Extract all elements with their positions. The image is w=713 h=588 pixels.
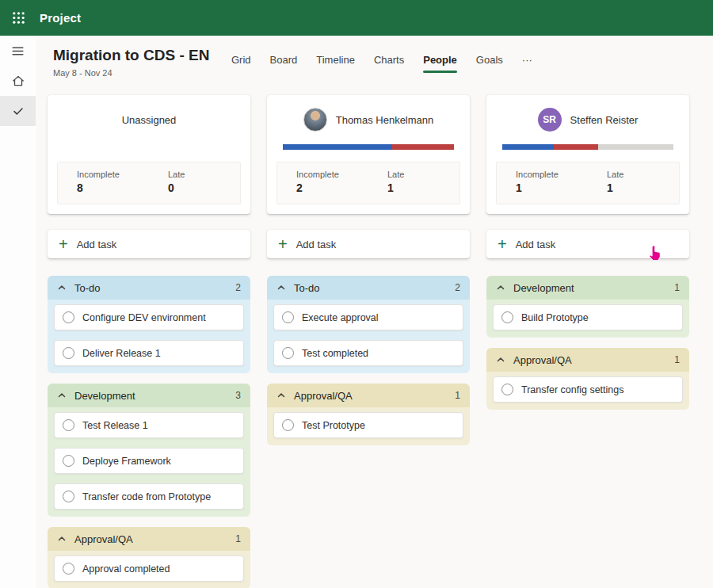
- app-launcher-icon[interactable]: [0, 0, 36, 36]
- stats-panel: Incomplete 8 Late 0: [57, 162, 241, 204]
- stat-incomplete: Incomplete 1: [497, 162, 588, 204]
- complete-circle-icon[interactable]: [282, 311, 294, 323]
- progress-segment-blue: [283, 144, 392, 150]
- bucket-to-do: To-do 2 Execute approval Test completed: [267, 276, 470, 373]
- main-area: Migration to CDS - EN May 8 - Nov 24 Gri…: [36, 36, 713, 588]
- person-card[interactable]: SR Steffen Reister Incomplete 1 Late 1: [486, 95, 689, 214]
- person-name: Unassigned: [122, 114, 177, 126]
- chevron-up-icon[interactable]: [276, 391, 286, 400]
- bucket-header[interactable]: To-do 2: [48, 276, 250, 300]
- bucket-list: Development 1 Build Prototype Approval/Q…: [486, 276, 689, 410]
- stat-late: Late 1: [368, 162, 459, 204]
- complete-circle-icon[interactable]: [63, 563, 74, 575]
- bucket-header[interactable]: Development 3: [48, 384, 250, 407]
- task-card[interactable]: Transfer config settings: [493, 376, 683, 403]
- complete-circle-icon[interactable]: [63, 491, 74, 502]
- late-value: 0: [168, 181, 240, 194]
- top-bar: Project: [0, 0, 713, 36]
- add-task-button[interactable]: + Add task: [486, 230, 689, 258]
- sidebar-item-tasks[interactable]: [0, 96, 36, 126]
- complete-circle-icon[interactable]: [63, 347, 74, 359]
- add-task-button[interactable]: + Add task: [267, 230, 470, 258]
- bucket-list: To-do 2 Execute approval Test completed …: [267, 276, 470, 445]
- person-column-unassigned: Unassigned Incomplete 8 Late 0 + Add tas…: [48, 95, 250, 588]
- tab-charts[interactable]: Charts: [374, 54, 404, 70]
- incomplete-value: 8: [77, 181, 149, 194]
- bucket-header[interactable]: Approval/QA 1: [486, 348, 689, 372]
- complete-circle-icon[interactable]: [282, 347, 294, 359]
- stat-late: Late 0: [149, 162, 240, 204]
- chevron-up-icon[interactable]: [276, 283, 286, 292]
- person-card[interactable]: Unassigned Incomplete 8 Late 0: [48, 95, 250, 214]
- task-card[interactable]: Execute approval: [273, 304, 463, 330]
- late-value: 1: [607, 181, 679, 194]
- menu-button[interactable]: [0, 36, 36, 66]
- plus-icon: +: [498, 237, 507, 251]
- complete-circle-icon[interactable]: [63, 455, 74, 467]
- bucket-to-do: To-do 2 Configure DEV environment Delive…: [48, 276, 250, 373]
- tab-people[interactable]: People: [423, 54, 457, 77]
- task-card[interactable]: Test Release 1: [54, 412, 244, 438]
- task-card[interactable]: Configure DEV environment: [54, 304, 244, 330]
- task-label: Deploye Framework: [82, 456, 171, 467]
- task-card[interactable]: Approval completed: [54, 556, 244, 582]
- incomplete-value: 2: [296, 181, 368, 194]
- bucket-approval-qa: Approval/QA 1 Transfer config settings: [486, 348, 689, 410]
- chevron-up-icon[interactable]: [496, 283, 505, 292]
- add-task-label: Add task: [296, 239, 337, 250]
- task-card[interactable]: Test completed: [273, 340, 463, 366]
- task-card[interactable]: Deliver Release 1: [54, 340, 244, 366]
- incomplete-value: 1: [516, 181, 588, 194]
- person-name: Steffen Reister: [570, 114, 639, 126]
- person-name: Thomas Henkelmann: [336, 114, 434, 126]
- task-card[interactable]: Test Prototype: [273, 412, 463, 438]
- check-icon: [12, 105, 25, 117]
- columns: Unassigned Incomplete 8 Late 0 + Add tas…: [48, 95, 689, 588]
- tab-board[interactable]: Board: [270, 54, 298, 70]
- incomplete-label: Incomplete: [77, 170, 149, 179]
- chevron-up-icon[interactable]: [57, 391, 67, 400]
- sidebar-item-home[interactable]: [0, 66, 36, 96]
- progress-bar: [283, 144, 454, 150]
- chevron-up-icon[interactable]: [57, 534, 67, 544]
- home-icon: [11, 74, 25, 88]
- complete-circle-icon[interactable]: [282, 419, 294, 431]
- task-label: Build Prototype: [521, 312, 589, 323]
- tab-grid[interactable]: Grid: [231, 54, 251, 70]
- bucket-header[interactable]: Development 1: [486, 276, 689, 300]
- complete-circle-icon[interactable]: [501, 311, 513, 323]
- chevron-up-icon[interactable]: [496, 355, 505, 365]
- complete-circle-icon[interactable]: [501, 384, 513, 395]
- bucket-body: Test Release 1 Deploye Framework Transfe…: [48, 407, 250, 517]
- incomplete-label: Incomplete: [516, 170, 588, 179]
- person-card[interactable]: Thomas Henkelmann Incomplete 2 Late 1: [267, 95, 470, 214]
- bucket-development: Development 1 Build Prototype: [486, 276, 689, 338]
- bucket-count: 2: [455, 282, 460, 293]
- chevron-up-icon[interactable]: [57, 283, 67, 292]
- add-task-button[interactable]: + Add task: [48, 230, 250, 258]
- bucket-name: To-do: [74, 282, 101, 294]
- tab-timeline[interactable]: Timeline: [316, 54, 355, 70]
- task-card[interactable]: Transfer code from Prototype: [54, 483, 244, 510]
- complete-circle-icon[interactable]: [63, 419, 74, 431]
- task-card[interactable]: Build Prototype: [493, 304, 683, 330]
- task-card[interactable]: Deploye Framework: [54, 448, 244, 474]
- bucket-body: Configure DEV environment Deliver Releas…: [48, 300, 250, 373]
- bucket-body: Build Prototype: [486, 300, 689, 338]
- bucket-header[interactable]: Approval/QA 1: [48, 527, 250, 551]
- menu-icon: [11, 44, 25, 58]
- complete-circle-icon[interactable]: [63, 311, 74, 323]
- bucket-header[interactable]: Approval/QA 1: [267, 384, 470, 407]
- task-label: Test Release 1: [82, 420, 148, 431]
- task-label: Approval completed: [82, 563, 170, 575]
- bucket-header[interactable]: To-do 2: [267, 276, 470, 300]
- bucket-list: To-do 2 Configure DEV environment Delive…: [48, 276, 250, 588]
- page-title: Migration to CDS - EN: [53, 47, 209, 64]
- stat-late: Late 1: [588, 162, 679, 204]
- plus-icon: +: [59, 237, 68, 251]
- avatar-initials: SR: [538, 108, 562, 132]
- tab-more[interactable]: ···: [522, 54, 532, 70]
- bucket-name: To-do: [294, 282, 320, 294]
- tab-goals[interactable]: Goals: [476, 54, 503, 70]
- bucket-count: 1: [235, 533, 241, 544]
